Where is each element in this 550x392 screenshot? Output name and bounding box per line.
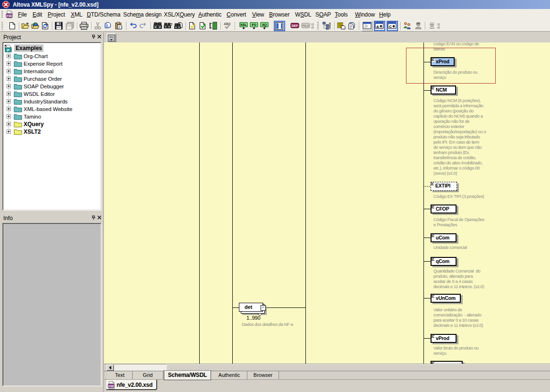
svg-text:FILE: FILE <box>302 24 309 27</box>
svg-text:P: P <box>7 48 10 52</box>
svg-text:C: C <box>389 25 392 29</box>
svg-text:DEF: DEF <box>292 24 299 27</box>
svg-text:FO: FO <box>252 23 256 26</box>
svg-text:?: ? <box>170 22 173 27</box>
svg-text:XSD: XSD <box>108 384 115 388</box>
svg-text:XQ: XQ <box>262 23 267 27</box>
svg-text:A: A <box>376 25 379 29</box>
svg-text:XSL: XSL <box>240 23 247 26</box>
